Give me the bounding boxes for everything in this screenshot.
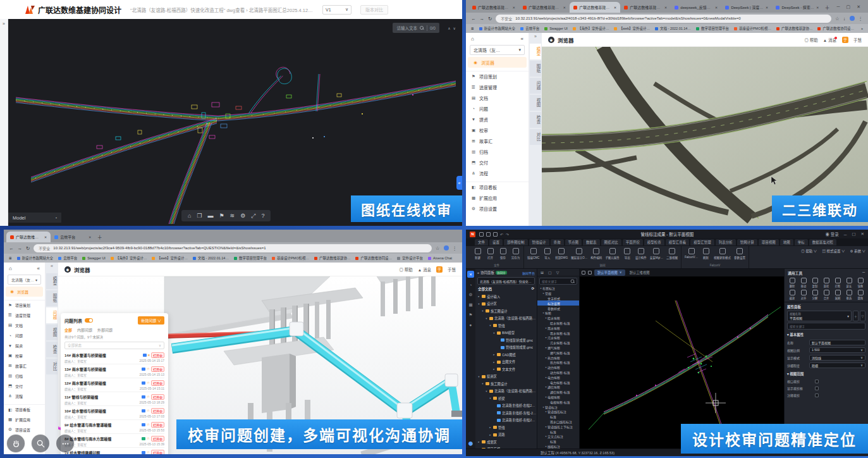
standards-node[interactable]: 参数样式 [537,306,579,311]
tab-close-icon[interactable]: ✕ [664,6,668,9]
tree-arrow-icon[interactable]: ▾ [477,302,480,306]
tree-node[interactable]: ▾ 北清路（友谊路-松福西路）快速化… [475,315,537,323]
sidebar-item[interactable]: ▼ 提资 [466,114,529,125]
tree-node[interactable]: 北清路主线桥-左幅-250424g… [475,409,537,417]
collapse-panel-button[interactable]: « [456,176,462,190]
project-name-box[interactable]: 北清路（友谊路-松福西路）快速化改… [477,277,535,285]
user-login[interactable]: ◉ 登录 [825,231,838,237]
bookmark-item[interactable]: 广联达数维协同设… [817,26,854,31]
apps-icon[interactable]: ⊞ [471,27,474,30]
tree-node[interactable]: 管线规划成果.gmc [475,344,537,352]
standards-node[interactable]: ▾ 给水纵断 [537,316,579,321]
standards-node[interactable]: 通信纵断-标准 [537,390,579,395]
bookmark-item[interactable]: 【海外】室外设计… [111,256,147,261]
ribbon-button[interactable]: 参数设置 [734,248,745,259]
sidebar-item[interactable]: ▥ 归档 [4,371,45,381]
bookmark-item[interactable]: 广联达数维基建协… [314,256,351,261]
sidebar-item[interactable]: ▼ 提资 [4,340,45,350]
ribbon-button[interactable]: 导入 [542,248,552,259]
standards-node[interactable]: ▾ 管道线形标注 [537,409,579,414]
browser-tab[interactable]: 广联达数维基建协同设计 ✕ [620,2,671,13]
standards-node[interactable]: 燃气纵断-标准 [537,350,579,355]
ribbon-tab[interactable]: 数据基准对照 [809,239,836,245]
ribbon-tab[interactable]: 地图 [780,239,793,245]
browser-tab[interactable]: 广联达数维基建协同设计 ✕ [570,2,620,13]
system-menu[interactable]: ⚙ 系统 ∨ [850,249,865,254]
toolbar-icon[interactable]: ⚙ [240,213,245,219]
standards-node[interactable]: ▾ 污水纵断 [537,335,579,340]
tree-arrow-icon[interactable]: ▸ [492,368,496,371]
pan-hand-button[interactable] [6,434,25,453]
checkbox[interactable] [815,387,819,390]
tool-button[interactable]: 镜像 [855,276,866,288]
checkbox[interactable] [815,380,819,383]
tool-button[interactable]: 移动 [798,276,809,288]
issue-item[interactable]: 13# 雨水管道与桥梁碰撞 ☆ 打开中 提出人：王晓军 2025-05-14 1… [64,364,164,378]
home-icon[interactable]: ⌂ [471,36,474,42]
tab-close-icon[interactable]: ✕ [512,6,515,9]
tree-arrow-icon[interactable]: ▾ [485,317,488,320]
apps-icon[interactable]: ⊞ [9,256,12,260]
tree-node[interactable]: ▾ 设计区 [475,300,537,308]
ribbon-tab[interactable]: 坐标 [795,239,808,245]
sidebar-item[interactable]: ▩ 扩展应用 [4,414,45,424]
tab-internal[interactable]: 内部问题 [77,327,92,333]
ribbon-tab[interactable]: 图纸对比 [601,239,621,245]
save-icon[interactable] [486,232,491,237]
issue-item[interactable]: 9# 给水管道与雨水管道碰撞 ☆ 打开中 提出人：王晓军 2025-05-13 … [64,420,164,434]
tree-node[interactable]: ▸ 出图文件 [475,359,537,366]
avatar[interactable]: 于 [436,266,443,273]
tool-button[interactable]: 删除 [786,276,798,288]
bookmark-star-icon[interactable]: ☆ [436,245,440,251]
tree-arrow-icon[interactable]: ▾ [481,382,484,385]
tree-node[interactable]: ▾ 施工图设计 [475,307,537,315]
settings-icon[interactable]: ⚙ [469,292,473,297]
project-select[interactable]: 北清路（友…▾ [8,275,41,285]
add-view-button[interactable]: ＋ [853,311,859,321]
tree-node[interactable]: ▾ BIM模型 [475,330,537,337]
standards-node[interactable]: ▾ 布置标注 [537,286,579,291]
ribbon-tab[interactable]: 数据表 [583,239,600,245]
viewer-tab[interactable]: 对比 [46,359,58,374]
tool-button[interactable]: 复制 [809,276,821,288]
standards-node[interactable]: ▾ 通信纵断 [537,385,579,390]
grid-icon[interactable]: ⊞ [541,270,544,275]
standards-node[interactable]: 电力纵断-标准 [537,380,579,385]
menu-icon[interactable]: ⋮ [859,16,864,22]
project-select[interactable]: 北清路（友…▾ [470,45,525,55]
profile-avatar[interactable] [850,16,855,21]
help-link[interactable]: ◎ 帮助 [804,37,817,43]
messages-link[interactable]: ▲ 消息 [418,266,431,273]
back-icon[interactable]: ← [471,16,476,22]
bookmark-item[interactable]: 基座设计PMO检视… [272,256,309,261]
sidebar-item[interactable]: ⚙ 项目设置 [4,424,45,435]
ribbon-button[interactable]: 子图元属性 [605,248,620,259]
collapse-icon[interactable]: « [477,271,479,275]
standards-node[interactable]: 电视纵断-标准 [537,399,579,404]
tab-external[interactable]: 外部问题 [97,327,113,333]
bookmark-item[interactable]: 广联达数维协同设… [355,256,392,261]
bookmark-item[interactable]: 数字项目管理平台 [234,256,267,261]
bookmark-item[interactable]: Swagger UI [544,26,568,31]
tree-node[interactable]: 北清路主线桥-右幅250426.gmc [475,417,537,424]
tree-arrow-icon[interactable]: ▸ [489,426,492,429]
issue-item[interactable]: 10# 给水管线与桥梁碰撞 ☆ 打开中 提出人：王晓军 2025-05-13 1… [64,406,164,420]
bookmark-item[interactable]: 【web】室外设计… [614,26,650,31]
ribbon-button[interactable]: 另存为 [511,248,520,259]
tree-node[interactable]: ▸ 设计输入 [475,293,537,300]
bookmark-item[interactable]: 室外设计平台 [397,256,423,261]
compare-button[interactable]: 版本对比 [360,5,388,15]
tree-node[interactable]: ▾ 施工图设计 [475,380,537,388]
viewer-tab[interactable]: 图纸 [46,290,58,306]
viewer-tab[interactable]: 模型 [530,44,541,59]
viewer-tab[interactable]: 视图 [46,325,58,340]
back-icon[interactable]: ← [9,245,14,251]
toolbar-icon[interactable]: ⌂ [188,213,191,219]
toolbar-icon[interactable]: ▬ [208,213,214,219]
tab-close-icon[interactable]: ✕ [816,6,819,9]
ribbon-button[interactable]: 构件编码 [590,248,602,259]
standards-node[interactable]: 给水纵断-标准 [537,321,579,326]
toolbar-icon[interactable]: ? [261,213,264,219]
ribbon-tab[interactable]: 模型汇管理 [690,239,714,245]
address-bar[interactable]: 不安全 10.32.213.91/web/projects/ac2f3ca4-9… [34,244,431,252]
